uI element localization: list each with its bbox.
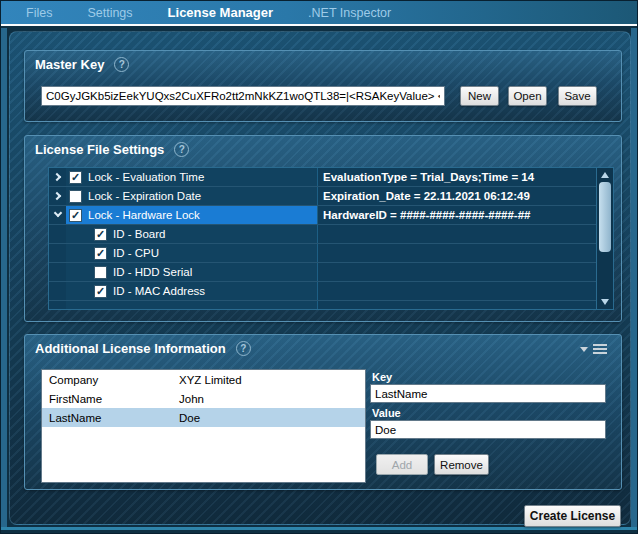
checkbox[interactable]: ✓ xyxy=(69,209,82,222)
window-frame-left xyxy=(1,28,7,529)
tree-row xyxy=(49,301,596,309)
master-key-title: Master Key xyxy=(35,57,104,72)
menu-icon[interactable] xyxy=(593,344,607,354)
panel-corner-controls xyxy=(580,344,607,354)
license-manager-page: Master Key ? New Open Save License File … xyxy=(9,31,631,525)
tree-row-value: EvaluationType = Trial_Days;Time = 14 xyxy=(323,171,534,183)
checkbox[interactable]: ✓ xyxy=(94,247,107,260)
check-icon: ✓ xyxy=(71,172,80,183)
tab-net-inspector[interactable]: .NET Inspector xyxy=(308,6,391,20)
additional-info-title: Additional License Information xyxy=(35,341,226,356)
tree-cell-label: ✓ ID - MAC Address xyxy=(66,282,317,300)
expander-gutter xyxy=(49,225,66,243)
master-key-input[interactable] xyxy=(41,86,445,106)
window-frame-right xyxy=(631,28,637,529)
tree-row-label: ID - HDD Serial xyxy=(113,266,192,278)
chevron-right-icon[interactable] xyxy=(52,192,60,200)
tree-cell-label: ✓ ID - CPU xyxy=(66,244,317,262)
window-frame-bottom xyxy=(1,527,637,530)
tab-license-manager[interactable]: License Manager xyxy=(168,5,274,20)
help-icon[interactable]: ? xyxy=(114,57,129,72)
license-file-settings-panel: License File Settings ? ✓ Lock - Evaluat… xyxy=(24,135,622,322)
license-settings-tree: ✓ Lock - Evaluation Time EvaluationType … xyxy=(48,167,614,310)
scrollbar-thumb[interactable] xyxy=(599,182,611,252)
add-button[interactable]: Add xyxy=(376,454,428,475)
license-file-settings-header: License File Settings ? xyxy=(35,142,189,157)
checkbox[interactable]: ✓ xyxy=(69,171,82,184)
license-manager-window: Files Settings License Manager .NET Insp… xyxy=(0,0,638,534)
list-item[interactable]: Company XYZ Limited xyxy=(42,370,365,389)
tree-row-label: ID - CPU xyxy=(113,247,159,259)
check-icon: ✓ xyxy=(96,229,105,240)
tree-rows: ✓ Lock - Evaluation Time EvaluationType … xyxy=(49,168,596,309)
chevron-right-icon[interactable] xyxy=(52,173,60,181)
tree-cell-value: Expiration_Date = 22.11.2021 06:12:49 xyxy=(317,187,596,205)
license-file-settings-title: License File Settings xyxy=(35,142,164,157)
tree-row-value: HardwareID = ####-####-####-####-## xyxy=(323,209,530,221)
checkbox[interactable]: ✓ xyxy=(94,228,107,241)
tree-row[interactable]: ✓ Lock - Hardware Lock HardwareID = ####… xyxy=(49,206,596,225)
key-input[interactable] xyxy=(370,384,606,403)
checkbox[interactable]: ✓ xyxy=(69,190,82,203)
help-icon[interactable]: ? xyxy=(236,341,251,356)
checkbox[interactable]: ✓ xyxy=(94,285,107,298)
tree-cell-value: HardwareID = ####-####-####-####-## xyxy=(317,206,596,224)
check-icon: ✓ xyxy=(71,210,80,221)
checkbox[interactable]: ✓ xyxy=(94,266,107,279)
tree-row[interactable]: ✓ ID - CPU xyxy=(49,244,596,263)
tree-cell-label: ✓ ID - HDD Serial xyxy=(66,263,317,281)
list-item-value: Doe xyxy=(179,412,365,424)
open-button[interactable]: Open xyxy=(508,86,547,106)
vertical-scrollbar[interactable] xyxy=(596,168,613,309)
list-item-key: Company xyxy=(42,374,179,386)
master-key-panel: Master Key ? New Open Save xyxy=(24,50,622,122)
expander-gutter xyxy=(49,187,66,205)
save-button[interactable]: Save xyxy=(558,86,597,106)
expander-gutter xyxy=(49,301,66,309)
tab-underline xyxy=(1,24,637,26)
tree-cell-label: ✓ Lock - Hardware Lock xyxy=(66,206,317,224)
tab-bar: Files Settings License Manager .NET Insp… xyxy=(1,1,637,24)
key-field-label: Key xyxy=(372,371,392,383)
list-item[interactable]: FirstName John xyxy=(42,389,365,408)
tree-cell-value xyxy=(317,225,596,243)
tree-row[interactable]: ✓ ID - Board xyxy=(49,225,596,244)
tree-cell-label: ✓ Lock - Evaluation Time xyxy=(66,168,317,186)
tree-cell-value: EvaluationType = Trial_Days;Time = 14 xyxy=(317,168,596,186)
tree-row-value: Expiration_Date = 22.11.2021 06:12:49 xyxy=(323,190,530,202)
expander-gutter xyxy=(49,282,66,300)
tree-row[interactable]: ✓ Lock - Evaluation Time EvaluationType … xyxy=(49,168,596,187)
license-info-list: Company XYZ Limited FirstName John LastN… xyxy=(41,369,366,483)
tree-cell-value xyxy=(317,282,596,300)
tree-row[interactable]: ✓ Lock - Expiration Date Expiration_Date… xyxy=(49,187,596,206)
list-item-value: John xyxy=(179,393,365,405)
remove-button[interactable]: Remove xyxy=(434,454,489,475)
list-item-key: LastName xyxy=(42,412,179,424)
list-item-value: XYZ Limited xyxy=(179,374,365,386)
list-item[interactable]: LastName Doe xyxy=(42,408,365,427)
tree-row-label: Lock - Hardware Lock xyxy=(88,209,200,221)
new-button[interactable]: New xyxy=(460,86,499,106)
tree-cell-value xyxy=(317,301,596,309)
expander-gutter xyxy=(49,244,66,262)
help-icon[interactable]: ? xyxy=(174,142,189,157)
tab-files[interactable]: Files xyxy=(26,6,52,20)
value-input[interactable] xyxy=(370,420,606,439)
scroll-down-icon[interactable] xyxy=(601,299,609,305)
tab-settings[interactable]: Settings xyxy=(87,6,132,20)
master-key-header: Master Key ? xyxy=(35,57,129,72)
expander-gutter xyxy=(49,168,66,186)
tree-row-label: Lock - Evaluation Time xyxy=(88,171,204,183)
additional-license-info-panel: Additional License Information ? Company… xyxy=(24,334,622,490)
create-license-button[interactable]: Create License xyxy=(524,505,621,527)
scroll-up-icon[interactable] xyxy=(601,172,609,178)
tree-cell-label: ✓ Lock - Expiration Date xyxy=(66,187,317,205)
chevron-down-icon[interactable] xyxy=(53,209,61,217)
tree-cell-label: ✓ ID - Board xyxy=(66,225,317,243)
tree-row[interactable]: ✓ ID - HDD Serial xyxy=(49,263,596,282)
dropdown-arrow-icon[interactable] xyxy=(580,347,588,352)
tree-cell-label xyxy=(66,301,317,309)
tree-row-label: Lock - Expiration Date xyxy=(88,190,201,202)
tree-cell-value xyxy=(317,263,596,281)
tree-row[interactable]: ✓ ID - MAC Address xyxy=(49,282,596,301)
